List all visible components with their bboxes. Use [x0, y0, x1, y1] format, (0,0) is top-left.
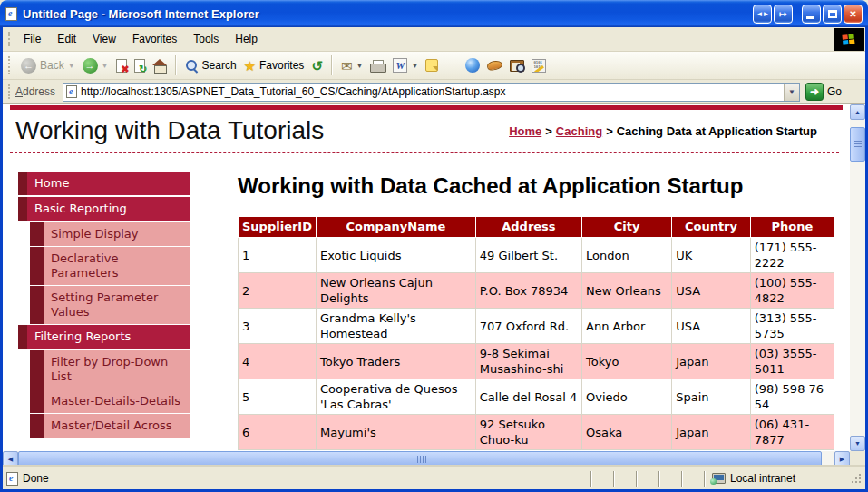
- table-row: 3Grandma Kelly's Homestead707 Oxford Rd.…: [239, 309, 834, 344]
- scroll-down-button[interactable]: ▼: [850, 436, 865, 451]
- addon-script-debug-button[interactable]: 01011010: [528, 57, 550, 74]
- back-button[interactable]: ← Back ▼: [17, 56, 79, 75]
- table-cell: (98) 598 76 54: [750, 379, 834, 415]
- table-cell: Calle del Rosal 4: [475, 379, 581, 415]
- sidebar-item-strip: [30, 350, 44, 389]
- table-cell: Mayumi's: [317, 415, 476, 450]
- menu-tools[interactable]: Tools: [185, 29, 227, 49]
- breadcrumb-home-link[interactable]: Home: [509, 124, 541, 138]
- table-cell: Cooperativa de Quesos 'Las Cabras': [317, 379, 476, 415]
- sidebar-item-filtering-reports[interactable]: Filtering Reports: [18, 325, 190, 349]
- addon-snagit-button[interactable]: [483, 59, 506, 72]
- menu-bar: FileEditViewFavoritesToolsHelp: [3, 27, 865, 52]
- sidebar-item-label: Declarative Parameters: [44, 247, 190, 285]
- menu-view[interactable]: View: [84, 29, 124, 49]
- refresh-icon: ↻: [134, 59, 145, 73]
- status-pane: [613, 471, 636, 487]
- sidebar-item-label: Master-Details-Details: [44, 389, 190, 413]
- header-divider: [10, 152, 839, 153]
- table-cell: UK: [672, 238, 751, 273]
- pop-out-icon: ↦: [779, 9, 786, 19]
- book-magnifier-icon: [510, 60, 524, 72]
- sidebar-item-strip: [30, 222, 44, 246]
- stop-button[interactable]: ✖: [112, 57, 131, 74]
- minimize-button[interactable]: [802, 5, 821, 24]
- sidebar-item-strip: [18, 197, 27, 221]
- scroll-left-button[interactable]: ◀: [3, 451, 18, 467]
- maximize-button[interactable]: [823, 5, 842, 24]
- go-button[interactable]: ➜ Go: [805, 83, 842, 101]
- table-cell: Grandma Kelly's Homestead: [317, 309, 476, 344]
- window-detach-button[interactable]: ↦: [774, 5, 793, 24]
- ie-page-icon: [66, 85, 77, 98]
- table-cell: Japan: [672, 344, 751, 379]
- table-row: 2New Orleans Cajun DelightsP.O. Box 7893…: [239, 273, 834, 309]
- address-dropdown-button[interactable]: ▼: [784, 84, 799, 101]
- ie-page-icon: [5, 7, 17, 21]
- globe-icon: [465, 58, 480, 73]
- favorites-button[interactable]: ★ Favorites: [240, 57, 308, 74]
- sidebar-item-home[interactable]: Home: [18, 172, 190, 195]
- sidebar-item-basic-reporting[interactable]: Basic Reporting: [18, 197, 190, 221]
- table-cell: Ann Arbor: [582, 309, 672, 344]
- word-icon: W: [393, 58, 407, 73]
- sidebar-item-master-details-details[interactable]: Master-Details-Details: [18, 389, 190, 413]
- refresh-button[interactable]: ↻: [131, 57, 149, 74]
- scroll-up-button[interactable]: ▲: [850, 104, 865, 120]
- address-input[interactable]: http://localhost:1305/ASPNET_Data_Tutori…: [63, 83, 800, 102]
- breadcrumb-caching-link[interactable]: Caching: [556, 124, 602, 138]
- site-title: Working with Data Tutorials: [15, 116, 324, 145]
- table-cell: Japan: [672, 415, 751, 450]
- column-header: City: [582, 217, 672, 238]
- capture-icon: [487, 59, 504, 71]
- sidebar-item-setting-parameter-values[interactable]: Setting Parameter Values: [18, 286, 190, 324]
- breadcrumb-separator: >: [541, 124, 556, 138]
- go-arrow-icon: ➜: [805, 83, 824, 101]
- maximize-icon: [828, 10, 837, 18]
- edit-with-word-button[interactable]: W ▼: [389, 56, 422, 74]
- menu-favorites[interactable]: Favorites: [124, 29, 185, 49]
- table-cell: USA: [672, 273, 751, 309]
- sidebar-item-master-detail-across[interactable]: Master/Detail Across: [18, 414, 190, 438]
- home-button[interactable]: [149, 57, 171, 74]
- vertical-scroll-thumb[interactable]: [850, 127, 865, 162]
- toolbar-grip[interactable]: [8, 32, 11, 46]
- vertical-scrollbar[interactable]: ▲ ▼: [850, 104, 865, 451]
- sidebar-item-label: Filter by Drop-Down List: [44, 350, 190, 389]
- toolbar-grip[interactable]: [8, 84, 11, 99]
- table-body: 1Exotic Liquids49 Gilbert St.LondonUK(17…: [239, 238, 834, 450]
- close-button[interactable]: ✕: [844, 5, 863, 24]
- forward-button[interactable]: → ▼: [79, 56, 112, 75]
- addon-research-button[interactable]: [506, 58, 528, 74]
- sidebar-item-label: Setting Parameter Values: [44, 286, 190, 324]
- print-button[interactable]: [366, 58, 389, 74]
- toolbar-grip[interactable]: [8, 56, 11, 74]
- main-content: Working with Data Cached at Application …: [238, 172, 836, 450]
- resize-grip[interactable]: [851, 473, 862, 484]
- mail-button[interactable]: ✉ ▼: [337, 57, 367, 74]
- sidebar-menu: HomeBasic ReportingSimple DisplayDeclara…: [18, 172, 190, 438]
- sidebar-item-filter-by-drop-down-list[interactable]: Filter by Drop-Down List: [18, 350, 190, 389]
- title-bar: Untitled Page - Microsoft Internet Explo…: [0, 0, 868, 27]
- search-icon: [185, 59, 199, 73]
- search-button[interactable]: Search: [181, 57, 240, 74]
- scroll-right-button[interactable]: ▶: [834, 451, 850, 467]
- go-label: Go: [827, 85, 842, 98]
- status-pane: [681, 471, 704, 487]
- menu-file[interactable]: File: [15, 29, 49, 49]
- column-header: Phone: [750, 217, 834, 238]
- sidebar-item-simple-display[interactable]: Simple Display: [18, 222, 190, 246]
- minimize-icon: [806, 16, 814, 19]
- horizontal-scroll-thumb[interactable]: [18, 451, 822, 467]
- window-nav-toggle-button[interactable]: ◄►: [753, 5, 772, 24]
- menu-help[interactable]: Help: [227, 29, 266, 49]
- menu-edit[interactable]: Edit: [49, 29, 84, 49]
- horizontal-scrollbar[interactable]: ◀ ▶: [3, 451, 850, 467]
- history-button[interactable]: ↺: [307, 57, 327, 74]
- addon-globe-button[interactable]: [462, 56, 483, 74]
- messenger-button[interactable]: [422, 57, 442, 74]
- address-url[interactable]: http://localhost:1305/ASPNET_Data_Tutori…: [81, 85, 780, 98]
- sidebar-item-declarative-parameters[interactable]: Declarative Parameters: [18, 247, 190, 285]
- chevron-down-icon: ▼: [102, 62, 109, 70]
- table-cell: (03) 3555-5011: [750, 344, 834, 379]
